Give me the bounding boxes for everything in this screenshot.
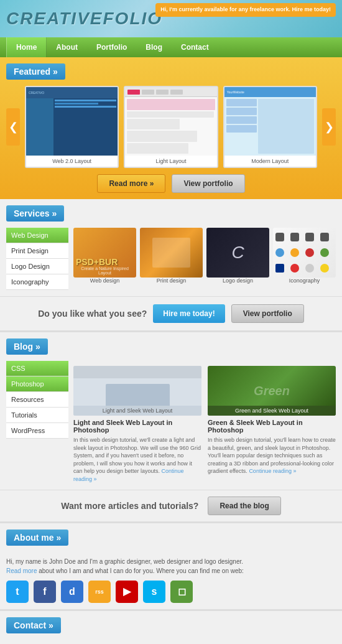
blog-more-banner: Want more articles and tutorials? Read t… [0, 490, 342, 521]
service-printdesign-label: Print design [140, 278, 203, 284]
blog-thumb-2[interactable]: Green Green and Sleek Web Layout [208, 366, 336, 416]
blog-section: Blog » CSS Photoshop Resources Tutorials… [0, 330, 342, 490]
carousel-label-modern: Modern Layout [224, 156, 316, 167]
blog-post-2-text: In this web design tutorial, you'll lear… [208, 436, 336, 475]
service-iconography-label: Iconography [273, 278, 336, 284]
blog-more-text: Want more articles and tutorials? [61, 501, 198, 511]
blog-post-2: Green Green and Sleek Web Layout Green &… [208, 366, 336, 483]
hire-view-portfolio-button[interactable]: View portfolio [231, 304, 304, 323]
hire-banner: Do you like what you see? Hire me today!… [0, 296, 342, 330]
carousel-item-light[interactable]: Light Layout [124, 86, 218, 168]
carousel-label-light: Light Layout [125, 156, 216, 167]
nav-blog[interactable]: Blog [136, 37, 172, 57]
read-more-button[interactable]: Read more » [97, 174, 165, 193]
services-layout: Web Design Print Design Logo Design Icon… [6, 228, 336, 290]
service-logodesign[interactable]: C Logo design [206, 228, 269, 290]
carousel-next[interactable]: ❯ [322, 108, 336, 146]
social-facebook-icon[interactable]: f [34, 581, 56, 603]
hire-me-button[interactable]: Hire me today! [153, 304, 224, 323]
blog-menu-photoshop[interactable]: Photoshop [6, 376, 68, 392]
carousel-items: CREATIVO Web 2.0 Layout [25, 86, 317, 168]
services-menu-logodesign[interactable]: Logo Design [6, 259, 68, 274]
featured-section-header: Featured » [6, 63, 65, 80]
blog-post-1-text: In this web design tutorial, we'll creat… [73, 436, 201, 483]
blog-menu-wordpress[interactable]: WordPress [6, 423, 68, 439]
read-blog-button[interactable]: Read the blog [208, 497, 280, 515]
social-icons: t f d rss ▶ s ◻ [6, 581, 336, 603]
services-menu: Web Design Print Design Logo Design Icon… [6, 228, 68, 290]
services-menu-webdesign[interactable]: Web Design [6, 228, 68, 243]
services-menu-printdesign[interactable]: Print Design [6, 243, 68, 259]
carousel-label-web20: Web 2.0 Layout [26, 156, 118, 167]
view-portfolio-button[interactable]: View portfolio [172, 174, 244, 193]
nav-contact[interactable]: Contact [172, 37, 218, 57]
carousel-item-modern[interactable]: YourWebsite Modern Layout [223, 86, 317, 168]
social-delicious-icon[interactable]: d [61, 581, 83, 603]
featured-buttons: Read more » View portfolio [6, 174, 336, 193]
blog-posts: Light and Sleek Web Layout Light and Sle… [73, 366, 336, 483]
blog-post-2-title: Green & Sleek Web Layout in Photoshop [208, 419, 336, 434]
site-logo: CREATIVEFOLIO [6, 9, 162, 29]
blog-menu-css[interactable]: CSS [6, 361, 68, 376]
service-logodesign-label: Logo design [206, 278, 269, 284]
contact-section: Contact » SEND [0, 609, 342, 644]
blog-post-1-title: Light and Sleek Web Layout in Photoshop [73, 419, 201, 434]
main-nav: Home About Portfolio Blog Contact [0, 37, 342, 57]
carousel-item-web20[interactable]: CREATIVO Web 2.0 Layout [25, 86, 119, 168]
services-menu-iconography[interactable]: Iconography [6, 274, 68, 290]
social-skype-icon[interactable]: s [143, 581, 165, 603]
hire-badge[interactable]: Hi, I'm currently available for any free… [155, 3, 336, 17]
social-twitter-icon[interactable]: t [6, 581, 29, 603]
featured-carousel: ❮ CREATIVO [6, 86, 336, 168]
about-section: About me » Hi, my name is John Doe and I… [0, 521, 342, 609]
about-section-header: About me » [6, 530, 68, 546]
about-read-more[interactable]: Read more [6, 567, 37, 574]
contact-section-header: Contact » [6, 617, 61, 633]
nav-home[interactable]: Home [6, 37, 47, 57]
nav-about[interactable]: About [47, 37, 87, 57]
blog-menu: CSS Photoshop Resources Tutorials WordPr… [6, 361, 68, 483]
blog-post-2-readmore[interactable]: Continue reading » [249, 468, 296, 474]
services-grid: PSD+BUR Create a Nature Inspired Layout … [73, 228, 336, 290]
blog-section-header: Blog » [6, 338, 48, 355]
blog-thumb-1[interactable]: Light and Sleek Web Layout [73, 366, 201, 416]
service-webdesign-label: Web design [73, 278, 136, 284]
nav-portfolio[interactable]: Portfolio [87, 37, 136, 57]
social-youtube-icon[interactable]: ▶ [116, 581, 138, 603]
blog-menu-resources[interactable]: Resources [6, 392, 68, 408]
header: CREATIVEFOLIO Hi, I'm currently availabl… [0, 0, 342, 37]
service-iconography[interactable]: Iconography [273, 228, 336, 290]
social-rss-icon[interactable]: rss [88, 581, 111, 603]
featured-section: Featured » ❮ CREATIVO [0, 57, 342, 199]
social-screen-icon[interactable]: ◻ [170, 581, 193, 603]
about-text: Hi, my name is John Doe and I'm a graphi… [6, 557, 336, 576]
blog-menu-tutorials[interactable]: Tutorials [6, 408, 68, 423]
carousel-prev[interactable]: ❮ [6, 108, 20, 146]
service-webdesign[interactable]: PSD+BUR Create a Nature Inspired Layout … [73, 228, 136, 290]
blog-post-1: Light and Sleek Web Layout Light and Sle… [73, 366, 201, 483]
service-printdesign[interactable]: Print design [140, 228, 203, 290]
blog-post-1-readmore[interactable]: Continue reading » [73, 468, 184, 482]
services-section: Services » Web Design Print Design Logo … [0, 199, 342, 296]
hire-banner-text: Do you like what you see? [38, 309, 147, 319]
services-section-header: Services » [6, 205, 64, 222]
